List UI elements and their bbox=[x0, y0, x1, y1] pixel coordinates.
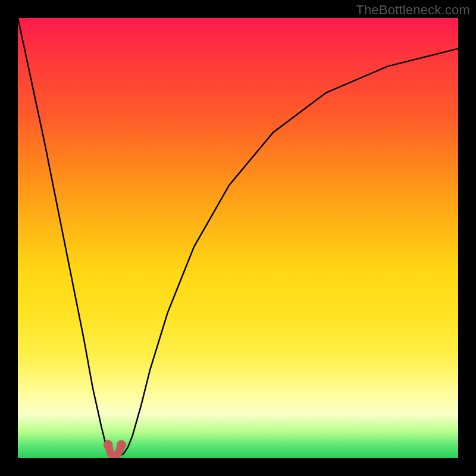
watermark-text: TheBottleneck.com bbox=[356, 2, 470, 18]
optimal-marker-endpoint bbox=[117, 440, 126, 450]
optimal-marker-endpoint bbox=[104, 440, 113, 450]
bottleneck-curve-svg bbox=[18, 18, 458, 458]
plot-area bbox=[18, 18, 458, 458]
bottleneck-curve-path bbox=[18, 18, 458, 456]
chart-frame: TheBottleneck.com bbox=[0, 0, 476, 476]
